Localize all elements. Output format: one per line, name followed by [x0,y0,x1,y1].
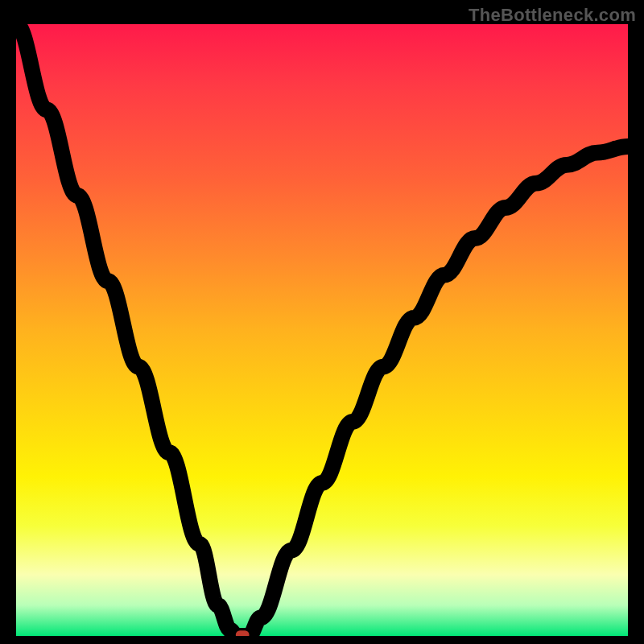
chart-container: TheBottleneck.com [0,0,644,644]
watermark-text: TheBottleneck.com [469,5,636,26]
optimal-point-marker [236,630,250,636]
bottleneck-curve-line [16,24,628,636]
bottleneck-curve-svg [16,24,628,636]
plot-area [16,24,628,636]
